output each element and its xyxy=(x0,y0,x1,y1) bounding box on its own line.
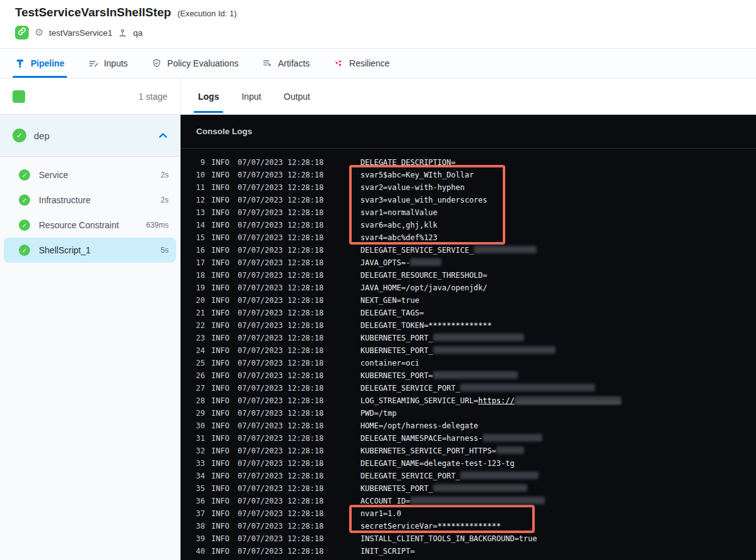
log-line-number: 18 xyxy=(181,269,205,282)
redacted-value xyxy=(515,396,621,404)
tab-output[interactable]: Output xyxy=(282,78,312,114)
execution-sidebar: 1 stage ✓ dep ✓ Service 2s ✓ Infrastruct… xyxy=(0,78,181,560)
log-level: INFO xyxy=(211,470,229,482)
log-timestamp: 07/07/2023 12:28:18 xyxy=(238,470,323,482)
log-line-number: 39 xyxy=(181,532,205,545)
log-line: 10INFO07/07/2023 12:28:18svar5$abc=Key_W… xyxy=(181,169,756,181)
log-message: KUBERNETES_PORT_ xyxy=(360,482,527,495)
log-message: secretServiceVar=************** xyxy=(360,520,501,532)
log-line-number: 22 xyxy=(181,319,205,332)
log-line-number: 38 xyxy=(181,520,205,532)
log-text: svar3=value_with_underscores xyxy=(360,196,487,204)
log-level: INFO xyxy=(211,545,229,557)
log-timestamp: 07/07/2023 12:28:18 xyxy=(238,507,323,520)
log-level: INFO xyxy=(211,420,229,432)
log-level: INFO xyxy=(211,457,229,470)
log-level: INFO xyxy=(211,194,229,206)
log-message: svar4=abc%def%123 xyxy=(360,231,438,244)
log-message: INIT_SCRIPT= xyxy=(360,545,415,557)
tab-logs[interactable]: Logs xyxy=(196,78,221,114)
log-message: KUBERNETES_PORT_ xyxy=(360,332,524,344)
log-message: INSTALL_CLIENT_TOOLS_IN_BACKGROUND=true xyxy=(360,532,537,545)
log-line: 23INFO07/07/2023 12:28:18KUBERNETES_PORT… xyxy=(181,332,756,344)
log-text: ACCOUNT_ID= xyxy=(360,497,410,505)
redacted-value xyxy=(460,472,538,479)
log-timestamp: 07/07/2023 12:28:18 xyxy=(238,457,323,470)
step-item-infrastructure[interactable]: ✓ Infrastructure 2s xyxy=(4,188,176,213)
log-timestamp: 07/07/2023 12:28:18 xyxy=(238,282,323,294)
log-level: INFO xyxy=(211,282,229,294)
step-duration: 2s xyxy=(160,196,169,204)
redacted-value xyxy=(483,434,542,441)
log-line: 22INFO07/07/2023 12:28:18DELEGATE_TOKEN=… xyxy=(181,319,756,332)
log-line: 29INFO07/07/2023 12:28:18PWD=/tmp xyxy=(181,407,756,420)
step-list: ✓ Service 2s ✓ Infrastructure 2s ✓ Resou… xyxy=(0,157,180,263)
log-message: svar5$abc=Key_WIth_Dollar xyxy=(360,169,474,181)
artifacts-icon xyxy=(262,58,273,69)
log-link[interactable]: https:// xyxy=(478,396,515,405)
step-details-panel: Logs Input Output Console Logs 9INFO07/0… xyxy=(181,78,756,560)
log-level: INFO xyxy=(211,532,229,545)
log-text: svar2=value-with-hyphen xyxy=(360,183,465,192)
log-line: 21INFO07/07/2023 12:28:18DELEGATE_TAGS= xyxy=(181,307,756,319)
log-text: INIT_SCRIPT= xyxy=(360,547,415,556)
log-level: INFO xyxy=(211,432,229,445)
tab-policy-evaluations[interactable]: Policy Evaluations xyxy=(150,49,240,78)
execution-id-label: (Execution Id: 1) xyxy=(177,9,237,18)
shield-check-icon xyxy=(152,58,162,69)
log-level: INFO xyxy=(211,407,229,420)
tab-input[interactable]: Input xyxy=(239,78,263,114)
chevron-up-icon[interactable] xyxy=(159,132,167,139)
log-timestamp: 07/07/2023 12:28:18 xyxy=(238,495,323,507)
log-line: 28INFO07/07/2023 12:28:18LOG_STREAMING_S… xyxy=(181,394,756,407)
log-timestamp: 07/07/2023 12:28:18 xyxy=(238,420,323,432)
stage-item-dep[interactable]: ✓ dep xyxy=(0,115,180,157)
step-name: Resource Constraint xyxy=(39,220,119,230)
page-title: TestServiceVarsInShellStep xyxy=(15,6,171,19)
log-message: container=oci xyxy=(360,357,419,369)
tab-resilience[interactable]: Resilience xyxy=(332,49,391,78)
log-level: INFO xyxy=(211,156,229,169)
log-line-number: 16 xyxy=(181,244,205,256)
gear-icon: ⚙ xyxy=(34,28,43,38)
log-line-number: 23 xyxy=(181,332,205,344)
log-line: 27INFO07/07/2023 12:28:18DELEGATE_SERVIC… xyxy=(181,382,756,394)
log-text: svar4=abc%def%123 xyxy=(360,233,438,242)
log-timestamp: 07/07/2023 12:28:18 xyxy=(238,445,323,457)
log-line: 18INFO07/07/2023 12:28:18DELEGATE_RESOUR… xyxy=(181,269,756,282)
tab-inputs[interactable]: Inputs xyxy=(87,49,129,78)
step-duration: 639ms xyxy=(146,221,169,230)
log-line-number: 32 xyxy=(181,445,205,457)
step-item-shellscript-1[interactable]: ✓ ShellScript_1 5s xyxy=(4,238,176,263)
log-message: svar3=value_with_underscores xyxy=(360,194,487,206)
console-log-body[interactable]: 9INFO07/07/2023 12:28:18DELEGATE_DESCRIP… xyxy=(181,149,756,560)
log-line: 31INFO07/07/2023 12:28:18DELEGATE_NAMESP… xyxy=(181,432,756,445)
log-line-number: 14 xyxy=(181,219,205,231)
tab-pipeline[interactable]: Pipeline xyxy=(14,49,66,78)
log-timestamp: 07/07/2023 12:28:18 xyxy=(238,532,323,545)
log-text: svar1=normalValue xyxy=(360,208,438,217)
log-text: JAVA_OPTS=- xyxy=(360,258,410,267)
step-name: Infrastructure xyxy=(39,195,90,205)
log-text: svar6=abc,ghj,klk xyxy=(360,221,438,230)
log-line: 19INFO07/07/2023 12:28:18JAVA_HOME=/opt/… xyxy=(181,282,756,294)
tab-label: Artifacts xyxy=(278,58,310,68)
log-level: INFO xyxy=(211,394,229,407)
log-timestamp: 07/07/2023 12:28:18 xyxy=(238,382,323,394)
log-line: 11INFO07/07/2023 12:28:18svar2=value-wit… xyxy=(181,181,756,194)
log-level: INFO xyxy=(211,206,229,219)
log-level: INFO xyxy=(211,332,229,344)
step-item-resource-constraint[interactable]: ✓ Resource Constraint 639ms xyxy=(4,213,176,238)
log-message: KUBERNETES_SERVICE_PORT_HTTPS= xyxy=(360,445,524,457)
tab-label: Output xyxy=(284,92,310,102)
log-line: 20INFO07/07/2023 12:28:18NEXT_GEN=true xyxy=(181,294,756,307)
log-timestamp: 07/07/2023 12:28:18 xyxy=(238,545,323,557)
log-message: svar2=value-with-hyphen xyxy=(360,181,465,194)
tab-artifacts[interactable]: Artifacts xyxy=(261,49,311,78)
log-timestamp: 07/07/2023 12:28:18 xyxy=(238,407,323,420)
step-item-service[interactable]: ✓ Service 2s xyxy=(4,162,176,188)
log-line: 35INFO07/07/2023 12:28:18KUBERNETES_PORT… xyxy=(181,482,756,495)
log-line-number: 24 xyxy=(181,344,205,357)
log-line-number: 29 xyxy=(181,407,205,420)
log-line-number: 34 xyxy=(181,470,205,482)
